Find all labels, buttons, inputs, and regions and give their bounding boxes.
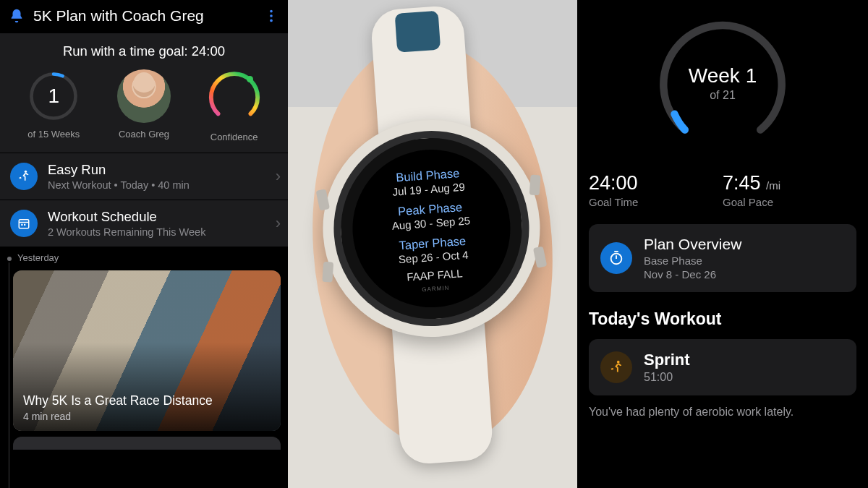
article-readtime: 4 min read — [23, 411, 271, 422]
card-sub: Base Phase — [644, 254, 741, 267]
watch-button — [322, 261, 333, 282]
stat-value: 7:45 /mi — [723, 172, 856, 194]
svg-point-1 — [270, 14, 273, 17]
watch-brand: GARMIN — [422, 284, 450, 293]
goal-pace: 7:45 /mi Goal Pace — [723, 172, 856, 208]
goal-heading: Run with a time goal: 24:00 — [9, 43, 279, 59]
article-card[interactable]: Why 5K Is a Great Race Distance 4 min re… — [13, 270, 281, 431]
card-title: Plan Overview — [644, 236, 741, 253]
plan-overview-card[interactable]: Plan Overview Base Phase Nov 8 - Dec 26 — [589, 224, 856, 292]
svg-point-10 — [611, 254, 622, 265]
chevron-right-icon: › — [276, 167, 281, 186]
stat-value: 24:00 — [589, 172, 723, 194]
svg-point-0 — [270, 10, 273, 13]
next-workout-row[interactable]: Easy Run Next Workout • Today • 40 min › — [0, 153, 288, 200]
svg-point-13 — [617, 361, 620, 364]
more-icon[interactable] — [263, 8, 279, 24]
svg-rect-9 — [24, 224, 25, 226]
watch-button — [316, 188, 331, 210]
cutoff-text: FAAP FALL — [407, 267, 463, 283]
workout-duration: 51:00 — [644, 371, 690, 384]
page-title: 5K Plan with Coach Greg — [33, 7, 255, 25]
week-ring: Week 1 of 21 — [589, 14, 856, 152]
wrist: Build Phase Jul 19 - Aug 29 Peak Phase A… — [299, 34, 566, 455]
calendar-icon — [10, 210, 38, 237]
runner-icon — [600, 351, 632, 383]
article-title: Why 5K Is a Great Race Distance — [23, 393, 271, 408]
bell-icon[interactable] — [9, 8, 25, 24]
svg-rect-8 — [21, 224, 22, 226]
row-title: Workout Schedule — [48, 209, 265, 225]
timeline-label: Yesterday — [17, 252, 281, 263]
workout-card[interactable]: Sprint 51:00 — [589, 339, 856, 395]
watch-photo-panel: Build Phase Jul 19 - Aug 29 Peak Phase A… — [288, 0, 577, 488]
stopwatch-icon — [600, 242, 632, 274]
confidence-ring-icon — [206, 69, 263, 126]
workout-title: Sprint — [644, 351, 690, 369]
stats-row: 24:00 Goal Time 7:45 /mi Goal Pace — [589, 172, 856, 208]
row-sub: 2 Workouts Remaining This Week — [48, 226, 265, 238]
stat-label: Goal Pace — [723, 196, 856, 208]
left-panel: 5K Plan with Coach Greg Run with a time … — [0, 0, 288, 488]
watch-button — [533, 246, 548, 267]
schedule-row[interactable]: Workout Schedule 2 Workouts Remaining Th… — [0, 200, 288, 247]
phase-item: Peak Phase Aug 30 - Sep 25 — [391, 200, 471, 231]
watch-button — [529, 174, 541, 195]
today-heading: Today's Workout — [589, 309, 856, 329]
card-dates: Nov 8 - Dec 26 — [644, 268, 741, 281]
goal-time: 24:00 Goal Time — [589, 172, 723, 208]
coach-avatar-block[interactable]: Coach Greg — [104, 69, 184, 140]
phase-item: Taper Phase Sep 26 - Oct 4 — [397, 234, 469, 265]
week-progress[interactable]: 1 of 15 Weeks — [14, 69, 93, 140]
app-header: 5K Plan with Coach Greg — [0, 0, 288, 29]
timeline: Yesterday Why 5K Is a Great Race Distanc… — [0, 247, 288, 488]
row-sub: Next Workout • Today • 40 min — [48, 179, 265, 191]
week-title: Week 1 — [689, 64, 757, 87]
week-number: 1 — [27, 69, 80, 123]
confidence-label: Confidence — [210, 132, 258, 142]
coach-label: Coach Greg — [119, 129, 169, 140]
workout-note: You've had plenty of aerobic work lately… — [589, 406, 856, 419]
watch-screen: Build Phase Jul 19 - Aug 29 Peak Phase A… — [347, 144, 516, 312]
next-card-peek — [13, 437, 281, 450]
coach-avatar — [117, 69, 171, 123]
svg-point-5 — [25, 171, 27, 173]
runner-icon — [10, 163, 38, 190]
week-of: of 21 — [710, 89, 736, 102]
week-label: of 15 Weeks — [27, 129, 80, 140]
watch-bezel: Build Phase Jul 19 - Aug 29 Peak Phase A… — [327, 124, 535, 332]
watch-body: Build Phase Jul 19 - Aug 29 Peak Phase A… — [315, 112, 547, 343]
svg-point-2 — [270, 20, 273, 22]
row-title: Easy Run — [48, 162, 265, 178]
right-panel: Week 1 of 21 24:00 Goal Time 7:45 /mi Go… — [577, 0, 868, 488]
confidence-block[interactable]: Confidence — [195, 69, 274, 142]
goal-banner: Run with a time goal: 24:00 1 of 15 Week… — [0, 33, 288, 153]
phase-item: Build Phase Jul 19 - Aug 29 — [391, 166, 465, 197]
stat-label: Goal Time — [589, 196, 723, 208]
chevron-right-icon: › — [276, 214, 281, 233]
